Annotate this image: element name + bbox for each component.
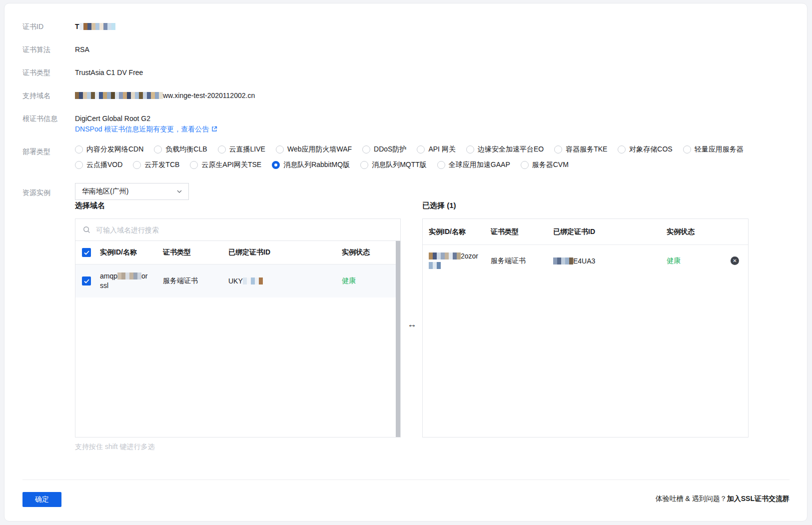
deploy-option[interactable]: Web应用防火墙WAF xyxy=(276,145,352,154)
table-row[interactable]: amqpor ssl 服务端证书 UKY 健康 xyxy=(75,264,400,298)
deploy-option-label: 边缘安全加速平台EO xyxy=(478,145,544,154)
deploy-option[interactable]: 全球应用加速GAAP xyxy=(437,160,510,170)
column-header: 实例状态 xyxy=(342,248,374,257)
deploy-option[interactable]: 云直播LIVE xyxy=(218,145,265,154)
radio-icon xyxy=(618,146,626,154)
table-row[interactable]: 2ozor 服务端证书 E4UA3 健康 ✕ xyxy=(423,245,748,277)
selected-title: 已选择 (1) xyxy=(422,201,456,210)
column-header: 已绑定证书ID xyxy=(228,248,342,257)
deploy-option[interactable]: 消息队列RabbitMQ版 xyxy=(272,160,350,170)
redacted-bound-id xyxy=(243,278,263,284)
deploy-option[interactable]: 对象存储COS xyxy=(618,145,672,154)
deploy-type-options-row1: 内容分发网络CDN负载均衡CLB云直播LIVEWeb应用防火墙WAFDDoS防护… xyxy=(75,145,744,154)
cert-algorithm-value: RSA xyxy=(75,44,89,54)
redacted-cert-id xyxy=(79,23,115,30)
radio-selected-icon xyxy=(272,161,280,169)
deploy-option-label: 云点播VOD xyxy=(86,160,122,170)
check-icon xyxy=(84,279,89,284)
redacted-instance-name xyxy=(429,252,461,260)
deploy-option-label: 容器服务TKE xyxy=(566,145,607,154)
deploy-option[interactable]: 云原生API网关TSE xyxy=(190,160,261,170)
status-badge: 健康 xyxy=(667,256,685,266)
radio-icon xyxy=(75,146,83,154)
instance-name: 2ozor xyxy=(429,252,491,270)
root-cert-value: DigiCert Global Root G2 xyxy=(75,114,150,124)
radio-icon xyxy=(521,161,529,169)
domain-search xyxy=(75,219,400,241)
confirm-button[interactable]: 确定 xyxy=(22,492,61,507)
search-icon xyxy=(83,226,90,234)
domains-value: ww.xinge-test-2020112002.cn xyxy=(75,90,255,100)
cert-algorithm-label: 证书算法 xyxy=(22,44,50,54)
region-select-value: 华南地区(广州) xyxy=(82,187,128,196)
radio-icon xyxy=(466,146,474,154)
deploy-option[interactable]: DDoS防护 xyxy=(362,145,406,154)
instance-name: amqpor ssl xyxy=(100,272,163,290)
transfer-arrow-icon: ↔ xyxy=(407,319,417,330)
select-all-checkbox[interactable] xyxy=(82,248,91,257)
deploy-option-label: 云开发TCB xyxy=(144,160,179,170)
radio-icon xyxy=(417,146,425,154)
radio-icon xyxy=(190,161,198,169)
deploy-option-label: 全球应用加速GAAP xyxy=(449,160,510,170)
multi-select-hint: 支持按住 shift 键进行多选 xyxy=(75,442,154,452)
cert-id-value: T xyxy=(75,22,115,32)
left-table-header: 实例ID/名称 证书类型 已绑定证书ID 实例状态 xyxy=(75,241,400,264)
footer-divider xyxy=(22,480,790,480)
deploy-option-label: 对象存储COS xyxy=(629,145,672,154)
deploy-option-label: 负载均衡CLB xyxy=(165,145,207,154)
deploy-option-label: 云原生API网关TSE xyxy=(201,160,261,170)
remove-selected-button[interactable]: ✕ xyxy=(731,256,739,265)
deploy-option[interactable]: 内容分发网络CDN xyxy=(75,145,143,154)
radio-icon xyxy=(437,161,445,169)
bound-cert-id-cell: UKY xyxy=(228,277,342,285)
radio-icon xyxy=(554,146,562,154)
deploy-option-label: 消息队列RabbitMQ版 xyxy=(283,160,350,170)
radio-icon xyxy=(154,146,162,154)
radio-icon xyxy=(276,146,284,154)
deploy-option[interactable]: API 网关 xyxy=(417,145,455,154)
redacted-bound-id xyxy=(553,258,573,264)
deploy-option[interactable]: 服务器CVM xyxy=(521,160,569,170)
feedback-text: 体验吐槽 & 遇到问题？加入SSL证书交流群 xyxy=(656,494,790,504)
redacted-instance-name-line2 xyxy=(429,262,441,269)
deploy-option[interactable]: 边缘安全加速平台EO xyxy=(466,145,544,154)
deploy-type-options-row2: 云点播VOD云开发TCB云原生API网关TSE消息队列RabbitMQ版消息队列… xyxy=(75,160,569,170)
deploy-option[interactable]: 轻量应用服务器 xyxy=(683,145,744,154)
redacted-instance-name xyxy=(117,272,141,280)
resource-instance-label: 资源实例 xyxy=(22,188,50,198)
deploy-option-label: Web应用防火墙WAF xyxy=(287,145,352,154)
radio-icon xyxy=(683,146,691,154)
row-checkbox[interactable] xyxy=(82,276,91,286)
domain-select-panel: 实例ID/名称 证书类型 已绑定证书ID 实例状态 amqpor ssl 服务端… xyxy=(75,218,401,438)
status-badge: 健康 xyxy=(342,276,360,286)
vertical-scrollbar[interactable] xyxy=(396,241,400,437)
deploy-option-label: 服务器CVM xyxy=(532,160,569,170)
select-domain-title: 选择域名 xyxy=(75,201,105,210)
deploy-option-label: 云直播LIVE xyxy=(229,145,265,154)
radio-icon xyxy=(218,146,226,154)
cert-type-cell: 服务端证书 xyxy=(163,276,228,286)
region-select[interactable]: 华南地区(广州) xyxy=(75,183,189,200)
radio-icon xyxy=(133,161,141,169)
root-cert-notice-link[interactable]: DNSPod 根证书信息近期有变更，查看公告 xyxy=(75,124,217,134)
deploy-option-label: API 网关 xyxy=(428,145,455,154)
deploy-option[interactable]: 云开发TCB xyxy=(133,160,179,170)
domain-search-input[interactable] xyxy=(95,226,393,234)
deploy-option-label: 轻量应用服务器 xyxy=(695,145,744,154)
deploy-option[interactable]: 负载均衡CLB xyxy=(154,145,207,154)
root-cert-label: 根证书信息 xyxy=(22,114,57,124)
deploy-option[interactable]: 容器服务TKE xyxy=(554,145,607,154)
column-header: 证书类型 xyxy=(491,228,553,236)
cert-type-label: 证书类型 xyxy=(22,68,50,78)
deploy-option-label: 消息队列MQTT版 xyxy=(372,160,427,170)
column-header: 证书类型 xyxy=(163,248,228,257)
chevron-down-icon xyxy=(177,190,182,193)
bound-cert-id-cell: E4UA3 xyxy=(553,257,667,265)
check-icon xyxy=(84,250,89,255)
join-group-link[interactable]: 加入SSL证书交流群 xyxy=(727,494,790,502)
deploy-option[interactable]: 云点播VOD xyxy=(75,160,122,170)
cert-type-cell: 服务端证书 xyxy=(491,256,553,266)
radio-icon xyxy=(360,161,368,169)
deploy-option[interactable]: 消息队列MQTT版 xyxy=(360,160,427,170)
